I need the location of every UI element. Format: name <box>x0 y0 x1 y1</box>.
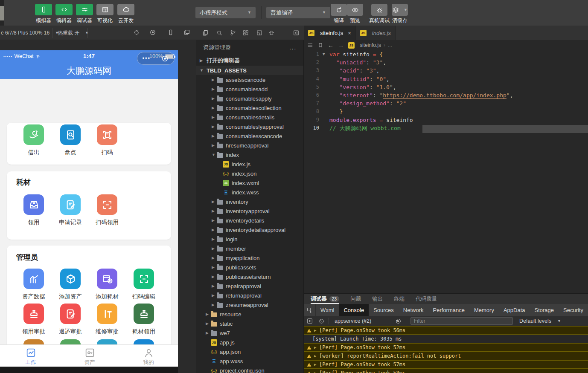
collapse-icon[interactable] <box>293 29 300 36</box>
code-line-5[interactable]: 5 "version": "1.0", <box>304 83 588 91</box>
console-log-info[interactable]: [system] Launch Time: 3035 ms <box>304 335 588 343</box>
kettle-icon[interactable] <box>268 29 275 36</box>
grid-item-hand[interactable]: 借出 <box>15 124 52 156</box>
code-line-8[interactable]: 8 } <box>304 107 588 116</box>
grid-item-note-pen[interactable]: 申请记录 <box>52 194 89 226</box>
bookmark-icon[interactable] <box>317 42 323 48</box>
nav-forward-icon[interactable]: → <box>338 42 344 49</box>
grid-item-inbox[interactable]: 领用 <box>15 194 52 226</box>
tree-folder-resource[interactable]: ▶resource <box>196 309 303 319</box>
tree-folder-inventorydetails[interactable]: ▶inventorydetails <box>196 216 303 225</box>
tree-folder-member[interactable]: ▶member <box>196 244 303 253</box>
phone-tab-tab-work[interactable]: 工作 <box>14 347 48 366</box>
tree-folder-consumablesdetails[interactable]: ▶consumablesdetails <box>196 113 303 122</box>
toolbar-button-phone[interactable]: 模拟器 <box>32 4 55 24</box>
tree-file-index.wxml[interactable]: <>index.wxml <box>196 178 303 188</box>
restart-icon[interactable] <box>133 29 140 36</box>
tree-folder-inventoryapproval[interactable]: ▶inventoryapproval <box>196 206 303 216</box>
breadcrumb-ellipsis[interactable]: ... <box>388 42 392 48</box>
console-log-warn[interactable]: ▶[Perf] Page.onShow took 56ms <box>304 326 588 335</box>
tree-file-app.json[interactable]: {..}app.json <box>196 347 303 356</box>
breadcrumb-file[interactable]: siteinfo.js <box>360 42 381 48</box>
panel-tab-问题[interactable]: 问题 <box>350 294 361 304</box>
files-icon[interactable] <box>202 29 209 36</box>
devtools-tab-Security[interactable]: Security <box>559 304 588 316</box>
log-levels-dropdown[interactable]: Default levels ▼ <box>519 316 561 326</box>
tree-folder-repairapproval[interactable]: ▶repairapproval <box>196 281 303 291</box>
open-editors-section[interactable]: ▶ 打开的编辑器 <box>196 55 303 66</box>
grid-item-chart[interactable]: 资产数据 <box>15 269 52 301</box>
explorer-menu-button[interactable]: ... <box>289 44 297 51</box>
tree-folder-publicassets[interactable]: ▶publicassets <box>196 263 303 272</box>
devtools-tab-Storage[interactable]: Storage <box>530 304 559 316</box>
tree-folder-myapplication[interactable]: ▶myapplication <box>196 253 303 263</box>
tree-file-project.config.json[interactable]: {..}project.config.json <box>196 366 303 373</box>
live-expression-icon[interactable] <box>395 316 402 326</box>
tree-file-index.wxss[interactable]: Ξindex.wxss <box>196 188 303 197</box>
devtools-tab-Sources[interactable]: Sources <box>369 304 399 316</box>
project-root-section[interactable]: ▼ TBLD_ASSETS <box>196 66 303 75</box>
grid-item-note-pen[interactable]: 退还审批 <box>52 304 89 335</box>
phone-tab-tab-asset[interactable]: 资产 <box>73 347 107 366</box>
devtools-tab-Performance[interactable]: Performance <box>428 304 469 316</box>
tree-folder-inventorydetailsapproval[interactable]: ▶inventorydetailsapproval <box>196 225 303 234</box>
grid-item-scan-doc[interactable]: 扫码 <box>89 124 125 156</box>
panel-tab-输出[interactable]: 输出 <box>372 294 383 304</box>
search-icon[interactable] <box>216 29 223 36</box>
tree-folder-consumablesadd[interactable]: ▶consumablesadd <box>196 84 303 94</box>
editor-tab-siteinfo.js[interactable]: JSsiteinfo.js× <box>304 26 356 40</box>
expand-icon[interactable]: ▶ <box>314 362 319 367</box>
tree-folder-consumablesscancode[interactable]: ▶consumablesscancode <box>196 131 303 141</box>
outline-icon[interactable] <box>307 42 313 48</box>
grid-item-tools[interactable]: 维修审批 <box>89 304 125 335</box>
code-line-2[interactable]: 2 "uniacid": "3", <box>304 58 588 67</box>
tree-file-index.json[interactable]: {..}index.json <box>196 169 303 178</box>
tree-folder-consumableslyapproval[interactable]: ▶consumableslyapproval <box>196 122 303 131</box>
console-log-warn[interactable]: ▶[Perf] Page.onShow took 52ms <box>304 343 588 352</box>
nav-back-icon[interactable]: ← <box>328 42 334 49</box>
console-log-warn[interactable]: ▶[worker] reportRealtimeAction:fail not … <box>304 352 588 360</box>
phone-tab-tab-me[interactable]: 我的 <box>131 347 166 366</box>
tree-folder-assetsscancode[interactable]: ▶assetsscancode <box>196 75 303 84</box>
devtools-tab-Wxml[interactable]: Wxml <box>316 304 339 316</box>
hot-reload-toggle[interactable]: 热重载 开 ▼ <box>58 26 89 40</box>
tree-folder-returnapproval[interactable]: ▶returnapproval <box>196 291 303 300</box>
action-eye-button[interactable]: 预览 <box>347 4 363 24</box>
expand-icon[interactable]: ▶ <box>314 328 319 333</box>
action-refresh-button[interactable]: 编译 <box>331 4 347 24</box>
detach-window-icon[interactable] <box>183 29 190 36</box>
code-line-6[interactable]: 6 "siteroot": "https://demo.ttbobo.com/a… <box>304 91 588 99</box>
close-icon[interactable]: × <box>348 30 351 36</box>
device-view-icon[interactable] <box>167 29 174 36</box>
code-line-3[interactable]: 3 "acid": "3", <box>304 67 588 75</box>
code-line-7[interactable]: 7 "design_method": "2" <box>304 99 588 107</box>
action-bug-button[interactable]: 真机调试 <box>369 4 390 24</box>
more-menu-button[interactable]: ••• <box>137 52 156 64</box>
toolbar-button-layout[interactable]: 可视化 <box>94 4 116 24</box>
grid-item-window-plus[interactable]: 添加耗材 <box>89 269 125 301</box>
code-line-4[interactable]: 4 "multiid": "0", <box>304 75 588 83</box>
tree-folder-we7[interactable]: ▶we7 <box>196 328 303 338</box>
execute-icon[interactable] <box>306 316 313 326</box>
grid-item-stamp[interactable]: 领用审批 <box>15 304 52 335</box>
grid-item-cube[interactable]: 添加资产 <box>52 269 89 301</box>
panel-tab-终端[interactable]: 终端 <box>394 294 405 304</box>
devtools-tab-Console[interactable]: Console <box>339 304 369 316</box>
clear-console-icon[interactable] <box>318 316 325 326</box>
panel-tab-代码质量[interactable]: 代码质量 <box>416 294 437 304</box>
code-line-1[interactable]: 1▼var siteinfo = { <box>304 50 588 58</box>
expand-icon[interactable]: ▶ <box>314 371 319 373</box>
grid-item-doc-search[interactable]: 盘点 <box>52 124 89 156</box>
record-icon[interactable] <box>149 29 156 36</box>
grid-item-scan-frame[interactable]: 扫码编辑 <box>125 269 162 301</box>
compile-mode-dropdown[interactable]: 普通编译 ▼ <box>266 7 330 18</box>
tree-folder-hresumeapproval[interactable]: ▶hresumeapproval <box>196 141 303 150</box>
console-log-warn[interactable]: ▶[Perf] Page.onShow took 58ms <box>304 369 588 373</box>
tree-file-app.js[interactable]: JSapp.js <box>196 338 303 347</box>
tree-folder-consumablesapply[interactable]: ▶consumablesapply <box>196 94 303 103</box>
code-editor[interactable]: 1▼var siteinfo = {2 "uniacid": "3",3 "ac… <box>304 50 588 293</box>
tree-folder-static[interactable]: ▶static <box>196 319 303 328</box>
extensions-icon[interactable] <box>242 29 249 36</box>
panel-tab-调试器[interactable]: 调试器23 <box>311 294 339 304</box>
grid-item-scan-frame[interactable]: 扫码领用 <box>89 194 125 226</box>
